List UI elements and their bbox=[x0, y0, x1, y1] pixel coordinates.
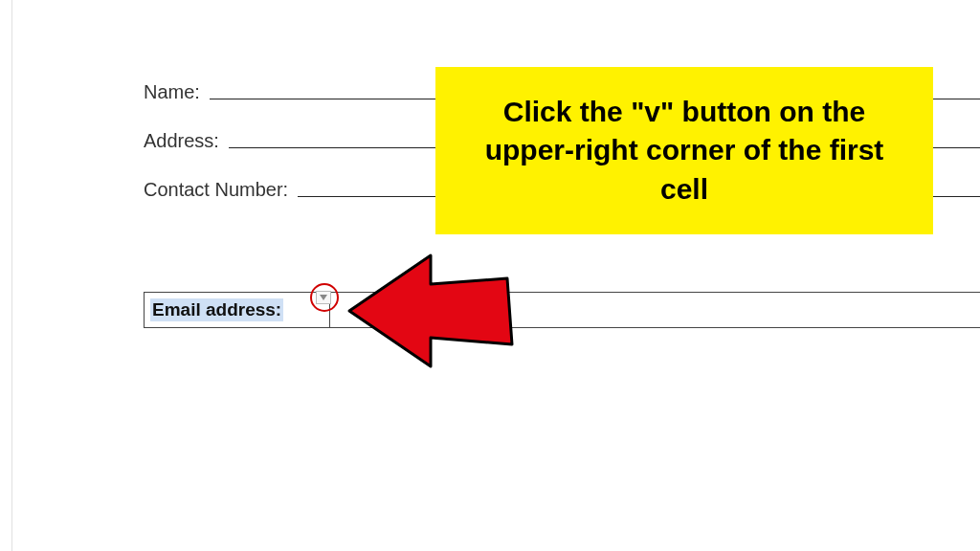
name-label: Name: bbox=[144, 81, 210, 103]
contact-label: Contact Number: bbox=[144, 179, 298, 201]
page-margin-line bbox=[11, 0, 12, 551]
first-cell-text: Email address: bbox=[150, 298, 283, 321]
cell-options-button[interactable] bbox=[316, 291, 331, 304]
table-row-remainder bbox=[330, 292, 980, 328]
chevron-down-icon bbox=[320, 295, 327, 300]
address-label: Address: bbox=[144, 130, 229, 152]
first-cell[interactable]: Email address: bbox=[144, 292, 330, 328]
instruction-callout: Click the "v" button on the upper-right … bbox=[435, 67, 933, 234]
callout-text: Click the "v" button on the upper-right … bbox=[462, 93, 906, 209]
table-row: Email address: bbox=[144, 292, 980, 328]
